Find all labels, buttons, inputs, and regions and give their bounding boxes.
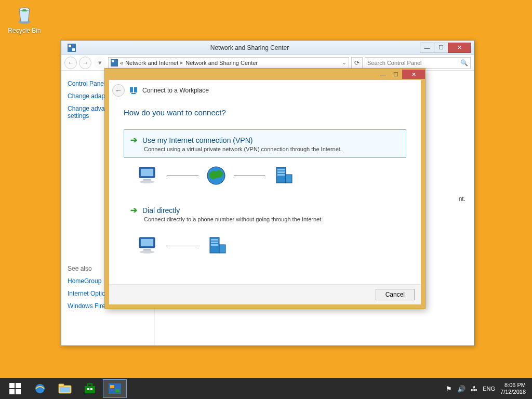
wizard-maximize-button[interactable]: ☐ [389,70,403,79]
svg-rect-19 [277,174,285,176]
recycle-bin-icon [14,3,35,25]
svg-rect-17 [277,169,285,170]
svg-rect-33 [16,389,21,394]
tray-time: 8:06 PM [500,382,526,389]
search-icon[interactable]: 🔍 [460,59,468,66]
breadcrumb-prefix: « [120,60,123,66]
wizard-close-button[interactable]: ✕ [402,70,425,79]
svg-rect-40 [90,388,92,390]
wizard-body: How do you want to connect? ➔ Use my Int… [109,102,421,284]
recycle-bin-label: Recycle Bin [6,27,43,34]
svg-rect-4 [72,48,75,51]
wizard-title: Connect to a Workplace [142,87,209,94]
search-input[interactable] [367,60,460,66]
tray-clock[interactable]: 8:06 PM 7/12/2018 [500,382,526,395]
svg-rect-11 [141,169,153,176]
svg-rect-6 [112,60,114,62]
option-dial-desc: Connect directly to a phone number witho… [144,216,400,222]
svg-rect-26 [211,239,218,241]
svg-rect-22 [141,239,153,246]
tray-volume-icon[interactable]: 🔊 [457,385,466,393]
connect-workplace-wizard: — ☐ ✕ ← Connect to a Workplace How do yo… [104,68,425,309]
taskbar-store[interactable] [78,379,102,398]
taskbar-explorer[interactable] [53,379,77,398]
connector-line [167,176,198,176]
svg-rect-42 [110,385,114,388]
refresh-button[interactable]: ⟳ [351,57,363,69]
network-icon [129,86,138,95]
connector-line [167,246,198,246]
taskbar-control-panel[interactable] [103,379,127,398]
recycle-bin[interactable]: Recycle Bin [6,3,43,34]
breadcrumb-level1[interactable]: Network and Internet [125,60,178,66]
wizard-question: How do you want to connect? [124,108,406,117]
nav-forward-button[interactable]: → [79,57,91,69]
svg-rect-20 [286,175,292,183]
obscured-text-fragment: nt. [459,195,466,203]
svg-rect-18 [277,171,285,173]
svg-rect-8 [134,87,137,92]
control-panel-icon [68,44,76,52]
svg-rect-36 [59,384,64,387]
option-dial-title: Dial directly [142,206,180,215]
svg-rect-29 [219,245,225,253]
breadcrumb-level2[interactable]: Network and Sharing Center [185,60,258,66]
svg-rect-38 [85,386,95,393]
titlebar[interactable]: Network and Sharing Center — ☐ ✕ [61,41,474,55]
vpn-diagram [137,165,406,186]
svg-rect-27 [211,242,218,243]
svg-point-34 [35,384,45,393]
wizard-titlebar[interactable]: — ☐ ✕ [105,69,425,80]
maximize-button[interactable]: ☐ [434,43,448,53]
wizard-footer: Cancel [109,284,421,304]
svg-rect-39 [87,388,89,390]
connector-line [234,176,265,176]
svg-rect-7 [130,87,133,92]
taskbar[interactable]: ⚑ 🔊 🖧 ENG 8:06 PM 7/12/2018 [0,378,532,399]
svg-rect-32 [9,389,15,394]
svg-rect-28 [211,244,218,246]
svg-rect-37 [60,387,70,392]
chevron-right-icon: ▸ [180,59,183,66]
search-box[interactable]: 🔍 [365,57,471,69]
svg-rect-3 [69,45,71,47]
minimize-button[interactable]: — [420,43,434,53]
control-panel-small-icon [111,59,118,66]
nav-back-button[interactable]: ← [64,57,77,69]
computer-icon [137,166,160,185]
option-dial[interactable]: ➔ Dial directly Connect directly to a ph… [124,200,406,228]
tray-language[interactable]: ENG [483,385,495,392]
server-icon [206,235,229,256]
arrow-right-icon: ➔ [130,135,137,145]
server-icon [272,165,295,186]
breadcrumb-dropdown-icon[interactable]: ⌄ [342,59,347,66]
close-button[interactable]: ✕ [448,43,471,53]
start-button[interactable] [3,379,27,398]
arrow-right-icon: ➔ [130,205,137,215]
option-vpn-desc: Connect using a virtual private network … [144,146,400,152]
nav-dropdown-button[interactable]: ▾ [94,57,106,69]
tray-network-icon[interactable]: 🖧 [471,385,477,393]
wizard-header: ← Connect to a Workplace [109,80,421,102]
system-tray: ⚑ 🔊 🖧 ENG 8:06 PM 7/12/2018 [446,382,529,395]
cancel-button[interactable]: Cancel [376,289,415,300]
window-title: Network and Sharing Center [79,44,420,51]
tray-action-center-icon[interactable]: ⚑ [446,385,452,393]
svg-rect-43 [115,389,119,392]
svg-rect-31 [16,383,21,388]
wizard-minimize-button[interactable]: — [376,70,390,79]
breadcrumb[interactable]: « Network and Internet ▸ Network and Sha… [108,57,349,69]
svg-point-24 [140,250,154,254]
svg-rect-30 [9,383,15,388]
option-vpn[interactable]: ➔ Use my Internet connection (VPN) Conne… [124,129,406,158]
svg-point-13 [140,180,154,183]
option-vpn-title: Use my Internet connection (VPN) [142,136,252,144]
wizard-back-button[interactable]: ← [112,84,125,97]
taskbar-ie[interactable] [28,379,52,398]
tray-date: 7/12/2018 [500,389,526,395]
globe-icon [206,165,227,186]
svg-rect-9 [131,93,136,94]
computer-icon [137,236,160,255]
dial-diagram [137,235,406,256]
